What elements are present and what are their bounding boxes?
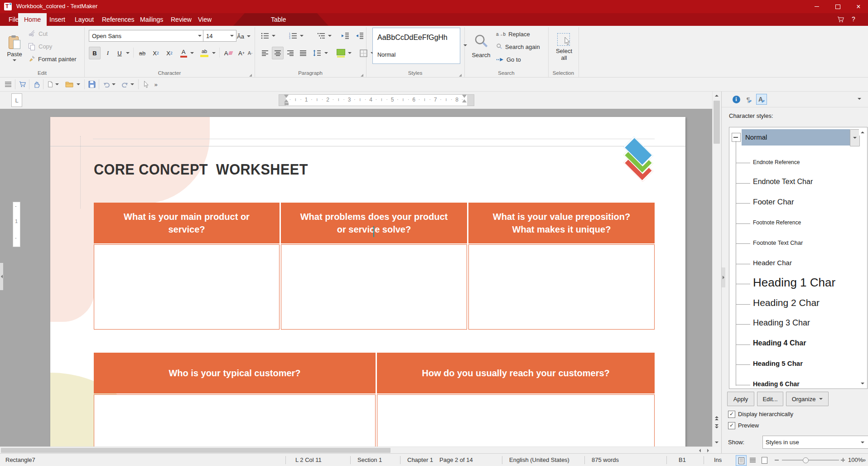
align-right-button[interactable] [285,47,296,59]
next-page-button[interactable] [713,422,721,430]
change-case-button[interactable]: Āa [234,30,254,42]
bullet-list-button[interactable] [259,29,271,42]
style-list-item[interactable]: Heading 3 Char [753,318,868,328]
show-select[interactable]: Styles in use [762,436,868,449]
multilevel-list-button[interactable] [315,29,327,42]
table2-body-cell-1[interactable] [94,394,376,447]
toolbar-hand-icon[interactable] [32,80,41,89]
cart-icon[interactable] [837,16,845,24]
previous-page-button[interactable] [713,414,721,422]
redo-dropdown[interactable] [130,80,135,89]
preview-checkbox[interactable]: ✓ [728,422,735,429]
search-button[interactable]: Search [468,28,494,64]
organize-button[interactable]: Organize [786,392,829,406]
table1-body-cell-2[interactable] [281,244,467,330]
menu-insert[interactable]: Insert [43,13,71,26]
style-list-item[interactable]: Endnote Reference [753,159,868,165]
style-list-item[interactable]: Footer Char [753,198,868,207]
paragraph-dialog-launcher[interactable] [361,74,363,77]
select-all-button[interactable]: Select all [551,28,577,67]
table1-body-cell-1[interactable] [94,244,280,330]
status-object-name[interactable]: Rectangle7 [5,454,35,466]
status-chapter[interactable]: Chapter 1 [407,454,433,466]
subscript-button[interactable]: X2 [149,47,162,59]
horizontal-ruler[interactable]: 12345678ı··ı··ı··ı··ı··ı··ı··ı··· [279,94,474,106]
align-center-button[interactable] [272,47,284,59]
multilevel-list-dropdown[interactable] [326,29,333,42]
table1-header-cell-1[interactable]: What is your main product or service? [94,203,280,243]
document-heading[interactable]: CORE CONCEPT WORKSHEET [94,160,308,178]
statusbar-overflow-icon[interactable]: » [863,454,866,466]
table1-header-cell-3[interactable]: What is your value preposition? What mak… [468,203,655,243]
style-list-item[interactable]: Heading 4 Char [753,339,868,347]
display-hierarchically-checkbox[interactable]: ✓ [728,411,735,418]
save-icon[interactable] [87,80,96,89]
menu-table-contextual[interactable]: Table [265,13,292,26]
styles-dialog-launcher[interactable] [459,74,462,77]
underline-dropdown[interactable] [124,47,131,59]
vertical-ruler[interactable]: - 1 - [13,202,20,247]
line-spacing-button[interactable] [311,47,323,59]
sidebar-splitter-handle[interactable] [722,267,725,287]
maximize-button[interactable] [828,0,847,13]
zoom-out-button[interactable] [775,460,779,461]
document-page[interactable]: CORE CONCEPT WORKSHEET What is your main… [50,117,685,447]
align-left-button[interactable] [259,47,271,59]
bold-button[interactable]: B [89,47,101,59]
character-styles-list[interactable]: Normal Endnote ReferenceEndnote Text Cha… [729,127,868,389]
zoom-slider-knob[interactable] [803,457,809,463]
font-name-select[interactable]: Open Sans [89,30,205,42]
status-language[interactable]: English (United States) [509,454,569,466]
tab-type-selector[interactable]: L [11,93,22,107]
minimize-button[interactable] [807,0,826,13]
help-icon[interactable]: ? [852,15,855,23]
table1-body-cell-3[interactable] [468,244,655,330]
redo-icon[interactable] [121,80,130,89]
paragraph-styles-tab-icon[interactable]: ¶ [743,94,754,105]
replace-button[interactable]: a→b Replace [496,29,546,39]
font-size-select[interactable]: 14 [203,30,236,42]
view-preview-button[interactable] [759,455,769,465]
paste-button[interactable]: Paste [3,27,26,69]
status-cell-reference[interactable]: B1 [679,454,686,466]
scroll-up-button[interactable] [713,92,721,100]
close-button[interactable]: × [849,0,868,13]
menu-layout[interactable]: Layout [69,13,100,26]
borders-button[interactable] [357,47,370,59]
left-indent-box[interactable] [285,103,289,105]
shrink-font-button[interactable]: A- [245,47,256,59]
strikethrough-button[interactable]: ab [136,47,149,59]
open-folder-icon[interactable] [65,80,74,89]
zoom-level[interactable]: 100% [848,454,863,466]
style-list-item[interactable]: Footnote Reference [753,219,868,226]
line-spacing-dropdown[interactable] [323,47,330,59]
table2-header-cell-2[interactable]: How do you usually reach your customers? [377,353,655,393]
menu-view[interactable]: View [192,13,217,26]
vertical-scroll-thumb[interactable] [714,101,720,144]
font-color-button[interactable]: A [178,47,189,59]
shading-dropdown[interactable] [346,47,353,59]
scroll-down-button[interactable] [713,438,721,447]
status-section[interactable]: Section 1 [357,454,382,466]
left-splitter-handle[interactable] [0,263,3,290]
font-color-dropdown[interactable] [188,47,196,59]
toolbar-overflow-icon[interactable]: » [151,80,160,89]
status-cursor-position[interactable]: L 2 Col 11 [295,454,322,466]
info-tab-icon[interactable]: i [731,94,742,105]
decrease-indent-button[interactable] [353,29,366,42]
italic-button[interactable]: I [102,47,113,59]
goto-button[interactable]: Go to [496,54,537,65]
view-continuous-button[interactable] [747,455,757,465]
highlight-dropdown[interactable] [210,47,217,59]
tree-collapse-toggle[interactable] [732,133,741,142]
underline-button[interactable]: U [114,47,125,59]
bullet-list-dropdown[interactable] [270,29,277,42]
style-list-item[interactable]: Heading 2 Char [753,297,868,308]
style-list-item[interactable]: Heading 6 Char [753,380,868,388]
new-document-dropdown[interactable] [54,80,60,89]
cut-button[interactable]: Cut [28,28,82,39]
style-list-item[interactable]: Header Char [753,259,868,267]
style-list-item[interactable]: Heading 1 Char [753,276,868,290]
document-horizontal-scrollbar[interactable] [0,447,712,454]
justify-button[interactable] [297,47,309,59]
